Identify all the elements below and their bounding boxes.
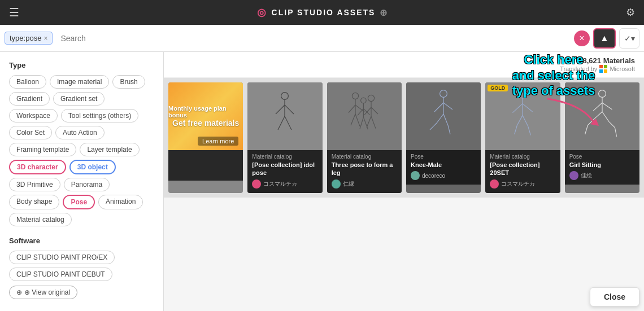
filter-tag-3d-character[interactable]: 3D character [9,160,66,174]
search-clear-button[interactable]: × [574,30,590,46]
svg-point-10 [352,93,358,99]
card-avatar-5 [569,171,578,180]
card-title-2: Three pose to form a leg [332,161,397,177]
microsoft-logo [599,65,607,73]
logo-icon: ◎ [257,6,267,19]
materials-header: 18,621 Materials Translated by Microsoft [164,52,644,78]
promo-card[interactable]: Monthly usage plan bonus Get free materi… [168,82,243,193]
filter-tag-panorama[interactable]: Panorama [64,178,110,191]
filter-type-tags: Balloon Image material Brush Gradient Gr… [9,75,154,226]
svg-line-27 [363,117,368,130]
filter-tag-pose[interactable]: Pose [63,195,95,209]
filter-tag-animation[interactable]: Animation [98,195,143,209]
svg-line-50 [602,112,609,122]
svg-line-14 [351,114,355,125]
search-tag-pose[interactable]: type:pose × [5,32,53,45]
svg-line-6 [276,105,285,114]
svg-line-32 [437,114,443,123]
svg-rect-0 [599,65,603,68]
filter-tag-image-material[interactable]: Image material [50,75,109,89]
filter-tag-debut[interactable]: CLIP STUDIO PAINT DEBUT [9,268,112,281]
card-title-1: [Pose collection] idol pose [252,161,317,177]
search-bar: type:pose × × ▲ ✓▾ [0,25,644,52]
filter-tag-balloon[interactable]: Balloon [9,75,46,89]
promo-text-top: Monthly usage plan bonus [168,105,243,119]
filter-type-section: Type Balloon Image material Brush Gradie… [9,61,154,226]
svg-line-41 [523,115,528,126]
svg-line-15 [355,114,360,126]
card-author-name-2: 仁縁 [343,180,354,188]
card-category-2: Material catalog [332,154,397,160]
filter-tag-brush[interactable]: Brush [112,75,145,89]
pose-sketch-2 [342,88,387,144]
svg-line-26 [360,117,363,129]
search-check-button[interactable]: ✓▾ [619,28,639,49]
search-toggle-button[interactable]: ▲ [593,28,616,49]
filter-tag-framing-template[interactable]: Framing template [9,143,76,156]
svg-line-47 [602,103,612,109]
view-original-button[interactable]: ⊕ ⊕ View original [9,286,77,299]
svg-line-24 [358,108,363,115]
gear-icon[interactable]: ⚙ [626,6,635,19]
filter-tag-3d-primitive[interactable]: 3D Primitive [9,178,60,191]
chevron-up-icon: ▲ [600,33,609,43]
card-author-name-3: decoreco [422,173,445,179]
material-card-3[interactable]: Pose Knee-Male decoreco [406,82,481,193]
svg-rect-2 [599,69,603,73]
svg-line-13 [355,105,364,112]
svg-point-44 [598,90,606,98]
svg-line-53 [615,128,616,137]
filter-tag-gradient[interactable]: Gradient [9,92,50,106]
svg-point-22 [360,98,366,103]
pose-sketch-5 [580,88,625,144]
filter-tag-body-shape[interactable]: Body shape [9,195,59,209]
search-input[interactable] [56,32,571,45]
pose-sketch-3 [421,88,466,144]
svg-line-31 [443,103,452,109]
card-avatar-4 [490,179,499,189]
svg-line-9 [285,116,291,130]
material-card-1[interactable]: Material catalog [Pose collection] idol … [247,82,322,193]
svg-line-39 [523,104,533,112]
ms-logo-icon [599,65,607,73]
filter-tag-gradient-set[interactable]: Gradient set [53,92,105,106]
check-icon: ✓▾ [624,34,635,43]
filter-tag-3d-object[interactable]: 3D object [69,160,116,174]
menu-icon[interactable]: ☰ [9,6,19,19]
svg-line-46 [593,103,602,111]
svg-line-43 [528,126,531,135]
filter-tag-tool-settings[interactable]: Tool settings (others) [61,109,138,122]
promo-learn-more[interactable]: Learn more [198,137,238,146]
promo-banner: Monthly usage plan bonus Get free materi… [168,82,243,150]
material-card-2[interactable]: Material catalog Three pose to form a le… [327,82,402,193]
card-author-row-4: コスマルチカ [490,179,555,189]
card-category-1: Material catalog [252,154,317,160]
filter-panel: Type Balloon Image material Brush Gradie… [0,52,164,311]
svg-point-4 [281,93,289,100]
card-title-3: Knee-Male [411,161,476,169]
view-original-label: ⊕ View original [24,288,70,296]
search-tag-close-icon[interactable]: × [43,34,47,42]
card-category-5: Pose [569,154,635,160]
card-bottom-5: Pose Girl Sitting 佳絵 [565,150,639,185]
material-card-5[interactable]: Pose Girl Sitting 佳絵 [565,82,639,193]
svg-line-7 [285,105,294,114]
card-title-4: [Pose collection] 20SET [490,161,555,177]
filter-tag-material-catalog[interactable]: Material catalog [9,213,72,226]
close-button[interactable]: Close [590,287,639,306]
card-badge-4: GOLD [488,85,508,91]
filter-tag-auto-action[interactable]: Auto Action [55,126,105,139]
content-area: 18,621 Materials Translated by Microsoft [164,52,644,311]
view-original-icon: ⊕ [16,288,22,296]
filter-tag-workspace[interactable]: Workspace [9,109,58,122]
bookmark-icon[interactable]: ⊕ [380,7,388,18]
promo-card-bottom [168,150,243,181]
svg-line-19 [371,107,378,114]
filter-tag-pro-ex[interactable]: CLIP STUDIO PAINT PRO/EX [9,251,115,264]
material-card-4[interactable]: GOLD [485,82,560,193]
filter-software-section: Software CLIP STUDIO PAINT PRO/EX CLIP S… [9,236,154,299]
svg-line-51 [609,122,615,128]
filter-tag-layer-template[interactable]: Layer template [80,143,139,156]
app-title: CLIP STUDIO ASSETS [272,8,376,17]
filter-tag-color-set[interactable]: Color Set [9,126,52,139]
